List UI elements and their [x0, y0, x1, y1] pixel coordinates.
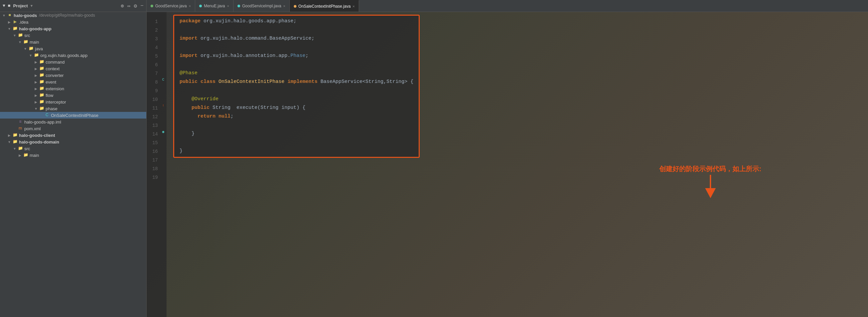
code-line-14: }: [180, 130, 413, 138]
src-label: src: [24, 33, 30, 38]
sidebar-item-org[interactable]: ▼ 📁 org.xujin.halo.goods.app: [0, 52, 146, 59]
line-8-num: 8: [147, 78, 158, 87]
client-label: halo-goods-client: [19, 133, 55, 138]
tab-label-menu-e: MenuE.java: [204, 4, 225, 8]
tab-label-good-service: GoodService.java: [155, 4, 187, 8]
converter-label: converter: [45, 73, 64, 78]
code-line-16: }: [180, 147, 413, 156]
editor-wrapper: 1 2 3 4 5 6 7 8 9 10 11 12 13 14 15 16 1…: [147, 12, 868, 317]
src-folder-icon: 📁: [17, 33, 23, 38]
client-folder-icon: 📁: [12, 132, 18, 138]
java-arrow: ▼: [23, 47, 28, 51]
code-line-5: import org.xujin.halo.annotation.app.Pha…: [180, 52, 413, 60]
line-12-num: 12: [147, 113, 158, 121]
interceptor-folder-icon: 📁: [39, 99, 44, 104]
sidebar-item-idea[interactable]: ▶ ▶ .idea: [0, 19, 146, 25]
sidebar-item-main[interactable]: ▼ 📁 main: [0, 39, 146, 45]
idea-folder-icon: ▶: [12, 19, 18, 25]
sidebar-item-flow[interactable]: ▶ 📁 flow: [0, 92, 146, 99]
line-1-num: 1: [147, 17, 158, 26]
line-18-num: 18: [147, 164, 158, 173]
sidebar-item-event[interactable]: ▶ 📁 event: [0, 78, 146, 85]
command-label: command: [45, 60, 65, 65]
code-column[interactable]: package org.xujin.halo.goods.app.phase; …: [166, 12, 868, 317]
sidebar-item-app-iml[interactable]: ▶ ≡ halo-goods-app.iml: [0, 119, 146, 125]
halo-goods-app-folder-icon: 📁: [12, 26, 18, 31]
sidebar-item-halo-goods-domain[interactable]: ▼ 📁 halo-goods-domain: [0, 138, 146, 145]
sidebar-item-main2[interactable]: ▶ 📁 main: [0, 152, 146, 158]
sidebar-item-java[interactable]: ▼ 📁 java: [0, 45, 146, 52]
line-4-num: 4: [147, 43, 158, 52]
tab-on-sale-context[interactable]: OnSaleContextInitPhase.java ×: [290, 0, 359, 12]
line-15-num: 15: [147, 138, 158, 147]
tab-good-service[interactable]: GoodService.java ×: [147, 0, 195, 12]
sidebar-item-interceptor[interactable]: ▶ 📁 interceptor: [0, 99, 146, 105]
code-line-13: [180, 121, 413, 130]
editor-area: 1 2 3 4 5 6 7 8 9 10 11 12 13 14 15 16 1…: [147, 12, 868, 317]
icon-2: [160, 23, 166, 32]
context-arrow: ▶: [33, 67, 39, 71]
sidebar-item-command[interactable]: ▶ 📁 command: [0, 59, 146, 65]
icon-4: [160, 41, 166, 49]
sidebar-root[interactable]: ▼ ■ halo-goods /develop/gitRep/mw/halo-g…: [0, 12, 146, 19]
flow-arrow: ▶: [33, 94, 39, 97]
plus-icon[interactable]: ⊕: [121, 3, 124, 9]
root-arrow: ▼: [1, 14, 7, 17]
tab-label-good-service-impl: GoodServiceImpl.java: [242, 4, 281, 8]
sidebar-item-src2[interactable]: ▼ 📁 src: [0, 145, 146, 152]
icon-3: [160, 32, 166, 41]
app-iml-label: halo-goods-app.iml: [24, 120, 61, 125]
line-6-num: 6: [147, 61, 158, 69]
icon-6: [160, 58, 166, 67]
code-line-1: package org.xujin.halo.goods.app.phase;: [180, 17, 413, 26]
minimize-icon[interactable]: −: [140, 3, 144, 9]
icon-18: [160, 162, 166, 170]
sidebar-item-on-sale-file[interactable]: ▶ C OnSaleContextInitPhase: [0, 112, 146, 119]
sidebar-item-halo-goods-client[interactable]: ▶ 📁 halo-goods-client: [0, 132, 146, 138]
line-numbers: 1 2 3 4 5 6 7 8 9 10 11 12 13 14 15 16 1…: [147, 12, 160, 317]
code-line-6: [180, 60, 413, 69]
sidebar-item-halo-goods-app[interactable]: ▼ 📁 halo-goods-app: [0, 25, 146, 32]
event-label: event: [45, 80, 56, 85]
java-label: java: [35, 46, 43, 51]
code-line-3: import org.xujin.halo.command.BaseAppSer…: [180, 34, 413, 43]
sidebar-item-src[interactable]: ▼ 📁 src: [0, 32, 146, 39]
gear-icon[interactable]: ⚙: [134, 3, 137, 9]
tab-close-menu-e[interactable]: ×: [227, 4, 229, 8]
command-folder-icon: 📁: [39, 59, 44, 65]
code-line-11: public String execute(String input) {: [180, 103, 413, 112]
code-line-4: [180, 43, 413, 52]
code-highlight-box: package org.xujin.halo.goods.app.phase; …: [173, 14, 420, 158]
client-arrow: ▶: [7, 133, 12, 137]
icon-13: [160, 119, 166, 127]
tab-good-service-impl[interactable]: GoodServiceImpl.java ×: [234, 0, 290, 12]
code-line-7: @Phase: [180, 69, 413, 77]
icon-11: ↑: [160, 101, 166, 110]
line-10-num: 10: [147, 95, 158, 104]
sync-icon[interactable]: ⇔: [127, 3, 130, 9]
project-panel-header: ▼ ■ Project ▼ ⊕ ⇔ ⚙ −: [0, 0, 147, 12]
tab-menu-e[interactable]: MenuE.java ×: [195, 0, 234, 12]
main-folder-icon: 📁: [23, 39, 29, 44]
interceptor-label: interceptor: [45, 100, 66, 104]
sidebar-item-converter[interactable]: ▶ 📁 converter: [0, 72, 146, 78]
tab-dot-on-sale-context: [294, 5, 297, 8]
java-folder-icon: 📁: [28, 46, 34, 51]
line-5-num: 5: [147, 52, 158, 61]
sidebar-item-phase[interactable]: ▼ 📁 phase: [0, 105, 146, 112]
tab-close-good-service[interactable]: ×: [189, 4, 191, 8]
event-folder-icon: 📁: [39, 79, 44, 85]
editor-tabs: GoodService.java × MenuE.java × GoodServ…: [147, 0, 868, 12]
sidebar-item-pom-xml[interactable]: ▶ m pom.xml: [0, 125, 146, 132]
icon-7: [160, 67, 166, 75]
tab-close-on-sale-context[interactable]: ×: [353, 4, 355, 8]
tab-dot-menu-e: [199, 5, 202, 7]
src-arrow: ▼: [12, 34, 17, 37]
sidebar-item-extension[interactable]: ▶ 📁 extension: [0, 85, 146, 92]
sidebar-item-context[interactable]: ▶ 📁 context: [0, 65, 146, 72]
idea-label: .idea: [19, 20, 28, 25]
app-iml-icon: ≡: [17, 119, 23, 125]
phase-label: phase: [45, 106, 57, 111]
tab-close-good-service-impl[interactable]: ×: [283, 4, 285, 8]
annotation-arrow-area: 创建好的阶段示例代码，如上所示:: [659, 164, 762, 198]
